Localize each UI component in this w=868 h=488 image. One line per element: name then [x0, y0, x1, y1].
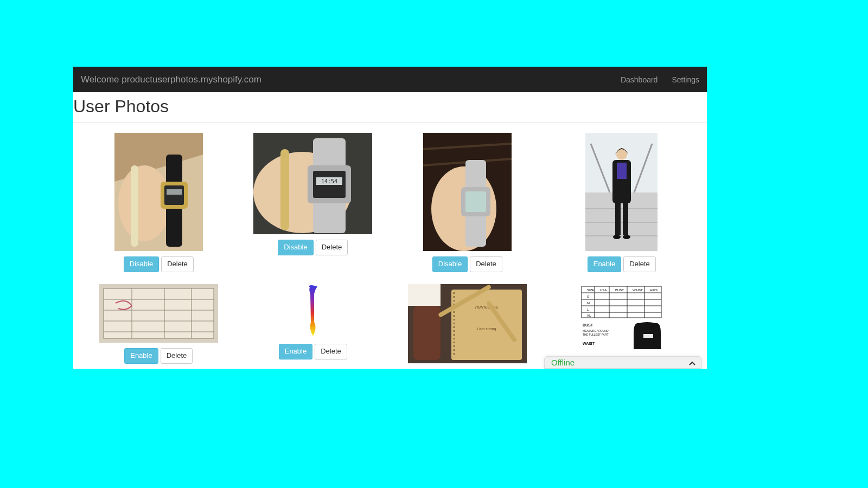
delete-button[interactable]: Delete	[315, 344, 347, 359]
photo-card: hurricanes I am strong	[390, 284, 545, 364]
svg-rect-3	[131, 165, 138, 247]
svg-point-37	[623, 235, 630, 239]
photo-card: Enable Delete	[236, 284, 391, 364]
svg-rect-34	[615, 202, 621, 235]
photo-card: Enable Delete	[545, 133, 699, 272]
svg-rect-23	[465, 191, 486, 212]
page-title: User Photos	[73, 92, 707, 122]
delete-button[interactable]: Delete	[316, 240, 348, 255]
svg-rect-49	[413, 306, 441, 360]
photo-thumbnail[interactable]: hurricanes I am strong	[408, 284, 527, 363]
photo-thumbnail[interactable]	[423, 133, 512, 251]
svg-text:MEASURE AROUND: MEASURE AROUND	[583, 329, 609, 332]
button-row: Disable Delete	[278, 240, 348, 255]
photo-thumbnail[interactable]: SIZE USA BUST WAIST HIPS S M L XL BUST M…	[579, 284, 663, 354]
svg-rect-39	[104, 288, 214, 338]
photo-thumbnail[interactable]	[302, 284, 324, 338]
svg-text:M: M	[587, 301, 590, 305]
enable-button[interactable]: Enable	[279, 344, 312, 359]
photo-card: SIZE USA BUST WAIST HIPS S M L XL BUST M…	[545, 284, 699, 364]
photo-thumbnail[interactable]	[99, 284, 218, 343]
svg-text:USA: USA	[600, 288, 607, 292]
disable-button[interactable]: Disable	[278, 240, 313, 255]
navbar-brand: Welcome productuserphotos.myshopify.com	[81, 74, 261, 85]
button-row: Disable Delete	[432, 256, 502, 272]
nav-dashboard[interactable]: Dashboard	[621, 75, 658, 84]
button-row: Enable Delete	[279, 344, 347, 359]
content: User Photos	[73, 92, 707, 369]
svg-rect-11	[280, 149, 289, 230]
navbar: Welcome productuserphotos.myshopify.com …	[73, 67, 707, 92]
svg-text:14:54: 14:54	[321, 178, 337, 184]
svg-text:I am strong: I am strong	[477, 327, 496, 331]
disable-button[interactable]: Disable	[124, 256, 159, 272]
svg-rect-8	[167, 189, 182, 195]
svg-text:SIZE: SIZE	[587, 288, 594, 292]
svg-text:HIPS: HIPS	[650, 288, 658, 292]
svg-rect-7	[164, 185, 184, 205]
photo-grid: Disable Delete 14:54	[73, 133, 707, 369]
enable-button[interactable]: Enable	[124, 348, 158, 364]
button-row: Disable Delete	[124, 256, 194, 272]
chat-status-label: Offline	[551, 358, 575, 367]
nav-settings[interactable]: Settings	[672, 75, 699, 84]
svg-point-36	[613, 235, 621, 239]
photo-thumbnail[interactable]: 14:54	[253, 133, 372, 234]
svg-rect-48	[408, 284, 441, 306]
svg-text:XL: XL	[587, 314, 591, 317]
title-section: User Photos	[73, 92, 707, 123]
chat-widget[interactable]: Offline	[544, 356, 701, 369]
photo-card: Disable Delete	[390, 133, 545, 272]
enable-button[interactable]: Enable	[588, 256, 621, 272]
button-row: Enable Delete	[588, 256, 656, 272]
photo-card: Disable Delete	[81, 133, 236, 272]
svg-rect-79	[643, 334, 653, 338]
svg-rect-32	[617, 163, 627, 179]
photo-card: 14:54 Disable Delete	[236, 133, 391, 272]
delete-button[interactable]: Delete	[470, 256, 502, 272]
svg-text:BUST: BUST	[615, 288, 624, 292]
delete-button[interactable]: Delete	[161, 348, 193, 364]
svg-text:BUST: BUST	[583, 323, 593, 327]
button-row: Enable Delete	[124, 348, 193, 364]
navbar-nav: Dashboard Settings	[621, 75, 699, 84]
svg-text:THE FULLEST PART: THE FULLEST PART	[583, 333, 609, 336]
delete-button[interactable]: Delete	[623, 256, 656, 272]
svg-text:S: S	[587, 295, 589, 298]
app-window: Welcome productuserphotos.myshopify.com …	[73, 67, 707, 369]
svg-text:WAIST: WAIST	[583, 342, 595, 345]
disable-button[interactable]: Disable	[432, 256, 468, 272]
svg-rect-35	[623, 202, 628, 235]
photo-thumbnail[interactable]	[114, 133, 203, 251]
chevron-up-icon	[689, 358, 695, 367]
delete-button[interactable]: Delete	[161, 256, 194, 272]
photo-card: Enable Delete	[81, 284, 236, 364]
photo-thumbnail[interactable]	[585, 133, 658, 251]
svg-text:WAIST: WAIST	[633, 288, 643, 292]
